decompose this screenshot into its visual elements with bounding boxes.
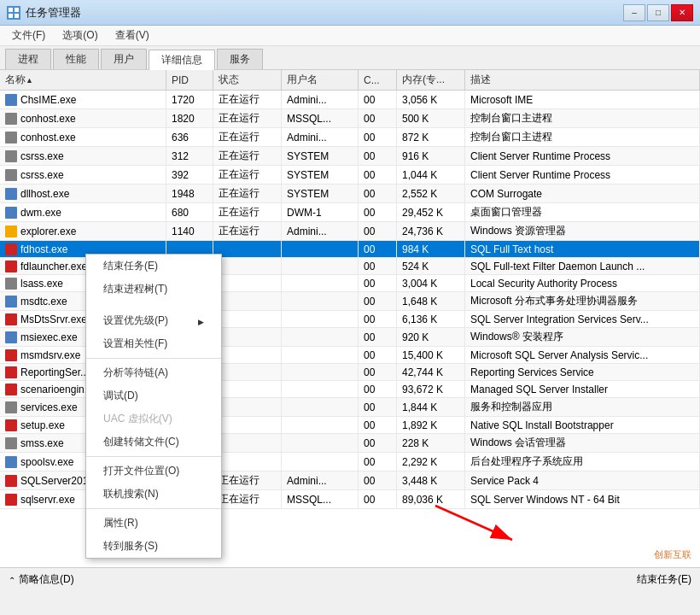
table-row[interactable]: conhost.exe 1820 正在运行 MSSQL... 00 500 K …	[0, 109, 700, 128]
status-left[interactable]: 简略信息(D)	[9, 572, 74, 587]
process-cpu: 00	[359, 241, 397, 257]
process-cpu: 00	[359, 472, 397, 489]
context-menu-item[interactable]: 创建转储文件(C)	[86, 430, 221, 454]
menu-bar: 文件(F) 选项(O) 查看(V)	[0, 26, 700, 46]
menu-separator	[86, 456, 221, 457]
process-pid: 1140	[166, 222, 213, 240]
process-status	[213, 381, 282, 397]
end-task-button[interactable]: 结束任务(E)	[637, 572, 691, 587]
table-row[interactable]: csrss.exe 392 正在运行 SYSTEM 00 1,044 K Cli…	[0, 166, 700, 184]
process-user: Admini...	[282, 222, 359, 240]
process-desc: Native SQL Install Bootstrapper	[465, 417, 700, 433]
process-cpu: 00	[359, 275, 397, 291]
process-status: 正在运行	[213, 128, 282, 146]
process-cpu: 00	[359, 347, 397, 363]
process-icon	[5, 261, 17, 272]
context-menu-item[interactable]: 调试(D)	[86, 384, 221, 407]
process-user: SYSTEM	[282, 147, 359, 165]
menu-file[interactable]: 文件(F)	[3, 26, 54, 44]
process-cpu: 00	[359, 222, 397, 240]
process-status	[213, 417, 282, 433]
col-status[interactable]: 状态	[213, 70, 282, 90]
process-pid: 312	[166, 147, 213, 165]
tab-services[interactable]: 服务	[217, 49, 263, 69]
tab-bar: 进程 性能 用户 详细信息 服务	[0, 46, 700, 70]
svg-rect-3	[15, 14, 19, 18]
process-icon	[5, 475, 17, 487]
close-button[interactable]: ✕	[671, 4, 693, 21]
table-row[interactable]: conhost.exe 636 正在运行 Admini... 00 872 K …	[0, 128, 700, 147]
process-icon	[5, 207, 17, 219]
menu-view[interactable]: 查看(V)	[107, 26, 158, 44]
table-row[interactable]: dllhost.exe 1948 正在运行 SYSTEM 00 2,552 K …	[0, 184, 700, 203]
process-memory: 89,036 K	[397, 490, 465, 508]
context-menu-item[interactable]	[86, 301, 221, 309]
col-memory[interactable]: 内存(专...	[397, 70, 465, 90]
context-menu-item[interactable]: 设置相关性(F)	[86, 332, 221, 355]
submenu-arrow	[198, 315, 204, 327]
process-cpu: 00	[359, 311, 397, 327]
process-memory: 6,136 K	[397, 311, 465, 327]
process-user	[282, 434, 359, 452]
process-name: csrss.exe	[0, 147, 166, 165]
process-memory: 3,004 K	[397, 275, 465, 291]
col-name[interactable]: 名称	[0, 70, 166, 90]
process-memory: 3,056 K	[397, 91, 465, 108]
process-user: MSSQL...	[282, 109, 359, 127]
context-menu-item[interactable]: 打开文件位置(O)	[86, 460, 221, 483]
context-menu-item[interactable]: 设置优先级(P)	[86, 309, 221, 332]
status-left-label[interactable]: 简略信息(D)	[19, 572, 74, 587]
process-status	[213, 292, 282, 310]
col-user[interactable]: 用户名	[282, 70, 359, 90]
process-icon	[5, 401, 17, 413]
table-row[interactable]: dwm.exe 680 正在运行 DWM-1 00 29,452 K 桌面窗口管…	[0, 203, 700, 222]
tab-details[interactable]: 详细信息	[149, 50, 215, 70]
process-desc: Client Server Runtime Process	[465, 147, 700, 165]
title-controls: – □ ✕	[623, 4, 693, 21]
process-memory: 1,044 K	[397, 166, 465, 184]
title-bar-left: 任务管理器	[7, 5, 81, 20]
process-user: Admini...	[282, 472, 359, 489]
context-menu-item[interactable]: 结束任务(E)	[86, 255, 221, 278]
process-memory: 1,844 K	[397, 398, 465, 416]
table-row[interactable]: ChsIME.exe 1720 正在运行 Admini... 00 3,056 …	[0, 91, 700, 109]
context-menu-item[interactable]: 转到服务(S)	[86, 535, 221, 558]
process-desc: Reporting Services Service	[465, 364, 700, 380]
process-status	[213, 258, 282, 274]
context-menu-item[interactable]: 分析等待链(A)	[86, 361, 221, 384]
tab-users[interactable]: 用户	[101, 49, 147, 69]
context-menu-item[interactable]: 属性(R)	[86, 512, 221, 535]
process-cpu: 00	[359, 328, 397, 346]
process-icon	[5, 113, 17, 125]
col-desc[interactable]: 描述	[465, 70, 700, 90]
col-pid[interactable]: PID	[166, 70, 213, 90]
maximize-button[interactable]: □	[647, 4, 669, 21]
menu-options[interactable]: 选项(O)	[54, 26, 106, 44]
col-cpu[interactable]: C...	[359, 70, 397, 90]
process-cpu: 00	[359, 128, 397, 146]
process-cpu: 00	[359, 453, 397, 471]
process-status: 正在运行	[213, 147, 282, 165]
svg-rect-2	[9, 14, 13, 18]
process-user	[282, 347, 359, 363]
title-bar: 任务管理器 – □ ✕	[0, 0, 700, 26]
table-row[interactable]: csrss.exe 312 正在运行 SYSTEM 00 916 K Clien…	[0, 147, 700, 166]
process-status	[213, 453, 282, 471]
process-icon	[5, 132, 17, 144]
context-menu-item[interactable]: 联机搜索(N)	[86, 483, 221, 506]
process-icon	[5, 456, 17, 468]
tab-performance[interactable]: 性能	[53, 49, 99, 69]
process-icon	[5, 419, 17, 431]
process-name: explorer.exe	[0, 222, 166, 240]
tab-processes[interactable]: 进程	[5, 49, 51, 69]
process-icon	[5, 366, 17, 378]
process-status: 正在运行	[213, 91, 282, 108]
table-row[interactable]: explorer.exe 1140 正在运行 Admini... 00 24,7…	[0, 222, 700, 241]
process-name: conhost.exe	[0, 109, 166, 127]
process-pid: 1948	[166, 184, 213, 202]
process-desc: Windows 资源管理器	[465, 222, 700, 240]
context-menu-item[interactable]: 结束进程树(T)	[86, 278, 221, 301]
status-bar: 简略信息(D) 结束任务(E)	[0, 567, 700, 591]
minimize-button[interactable]: –	[623, 4, 645, 21]
process-pid: 392	[166, 166, 213, 184]
